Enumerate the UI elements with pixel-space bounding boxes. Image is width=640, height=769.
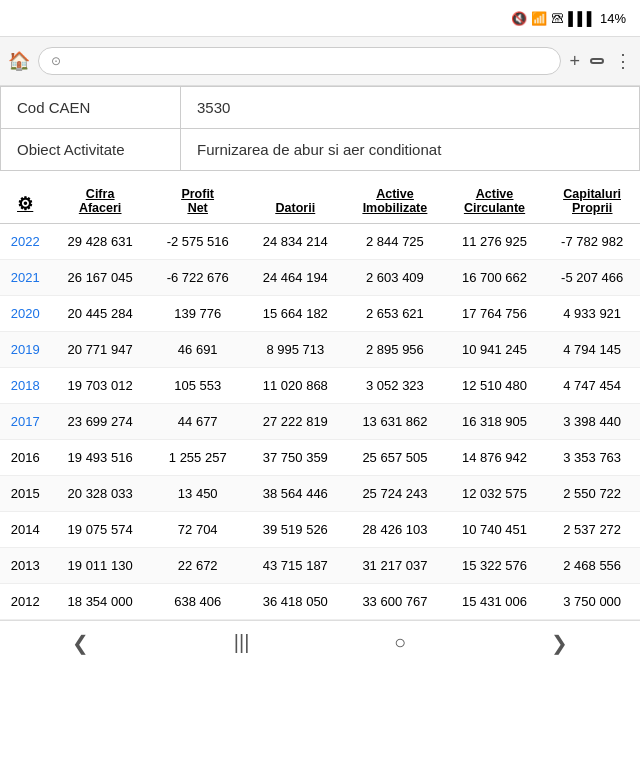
capitaluri-cell: 4 933 921 [544,296,640,332]
nav-actions: + ⋮ [569,50,632,72]
activeImob-cell: 25 657 505 [345,440,445,476]
year-cell[interactable]: 2020 [0,296,50,332]
data-table-wrapper: ⚙ CifraAfaceri ProfitNet Datorii ActiveI… [0,179,640,620]
info-table: Cod CAEN 3530 Obiect Activitate Furnizar… [0,86,640,171]
back-button[interactable]: ❮ [72,631,89,655]
battery-indicator: 14% [600,11,626,26]
table-row: 202020 445 284139 77615 664 1822 653 621… [0,296,640,332]
cifra-cell: 26 167 045 [50,260,150,296]
menu-button[interactable]: ⋮ [614,50,632,72]
activeCirc-cell: 10 740 451 [445,512,545,548]
value-obiect-activitate: Furnizarea de abur si aer conditionat [181,129,640,171]
cifra-cell: 19 493 516 [50,440,150,476]
activeCirc-cell: 12 510 480 [445,368,545,404]
capitaluri-cell: 4 747 454 [544,368,640,404]
profit-cell: -6 722 676 [150,260,246,296]
capitaluri-cell: -5 207 466 [544,260,640,296]
year-cell[interactable]: 2017 [0,404,50,440]
activeImob-cell: 3 052 323 [345,368,445,404]
capitaluri-cell: -7 782 982 [544,224,640,260]
activeCirc-cell: 10 941 245 [445,332,545,368]
table-row: 202126 167 045-6 722 67624 464 1942 603 … [0,260,640,296]
activeImob-cell: 33 600 767 [345,584,445,620]
datorii-cell: 24 464 194 [246,260,346,296]
tabs-count[interactable] [590,58,604,64]
cifra-cell: 19 703 012 [50,368,150,404]
th-cifra-afaceri: CifraAfaceri [50,179,150,224]
url-bar[interactable]: ⊙ [38,47,561,75]
profit-cell: 139 776 [150,296,246,332]
year-link[interactable]: 2021 [11,270,40,285]
info-row-caen: Cod CAEN 3530 [1,87,640,129]
label-cod-caen: Cod CAEN [1,87,181,129]
table-row: 201319 011 13022 67243 715 18731 217 037… [0,548,640,584]
activeImob-cell: 2 895 956 [345,332,445,368]
year-link[interactable]: 2022 [11,234,40,249]
activeImob-cell: 13 631 862 [345,404,445,440]
year-cell[interactable]: 2021 [0,260,50,296]
year-cell: 2013 [0,548,50,584]
activeCirc-cell: 11 276 925 [445,224,545,260]
th-active-circulante: ActiveCirculante [445,179,545,224]
activeCirc-cell: 15 431 006 [445,584,545,620]
profit-cell: 46 691 [150,332,246,368]
th-settings[interactable]: ⚙ [0,179,50,224]
th-capitaluri-proprii: CapitaluriProprii [544,179,640,224]
datorii-cell: 24 834 214 [246,224,346,260]
cifra-cell: 19 075 574 [50,512,150,548]
activeCirc-cell: 17 764 756 [445,296,545,332]
new-tab-button[interactable]: + [569,51,580,72]
capitaluri-cell: 3 353 763 [544,440,640,476]
table-row: 201723 699 27444 67727 222 81913 631 862… [0,404,640,440]
profit-cell: 105 553 [150,368,246,404]
capitaluri-cell: 4 794 145 [544,332,640,368]
cifra-cell: 19 011 130 [50,548,150,584]
page-content: Cod CAEN 3530 Obiect Activitate Furnizar… [0,86,640,620]
year-link[interactable]: 2017 [11,414,40,429]
activeImob-cell: 25 724 243 [345,476,445,512]
table-row: 201218 354 000638 40636 418 05033 600 76… [0,584,640,620]
datorii-cell: 36 418 050 [246,584,346,620]
year-cell[interactable]: 2019 [0,332,50,368]
activeImob-cell: 2 653 621 [345,296,445,332]
call-icon: 🕾 [551,11,564,26]
gear-icon: ⚙ [17,194,33,214]
activeCirc-cell: 15 322 576 [445,548,545,584]
cifra-cell: 20 771 947 [50,332,150,368]
activeCirc-cell: 16 318 905 [445,404,545,440]
label-obiect-activitate: Obiect Activitate [1,129,181,171]
signal-icon: ▌▌▌ [568,11,596,26]
cifra-cell: 23 699 274 [50,404,150,440]
table-row: 201920 771 94746 6918 995 7132 895 95610… [0,332,640,368]
nav-lines-icon[interactable]: ||| [234,631,250,654]
datorii-cell: 43 715 187 [246,548,346,584]
datorii-cell: 8 995 713 [246,332,346,368]
capitaluri-cell: 2 550 722 [544,476,640,512]
datorii-cell: 37 750 359 [246,440,346,476]
year-cell[interactable]: 2018 [0,368,50,404]
activeCirc-cell: 12 032 575 [445,476,545,512]
datorii-cell: 11 020 868 [246,368,346,404]
recent-apps-button[interactable]: ❯ [551,631,568,655]
profit-cell: -2 575 516 [150,224,246,260]
th-datorii: Datorii [246,179,346,224]
home-nav-button[interactable]: ○ [394,631,406,654]
capitaluri-cell: 3 398 440 [544,404,640,440]
year-cell: 2014 [0,512,50,548]
url-security-icon: ⊙ [51,54,61,68]
year-cell[interactable]: 2022 [0,224,50,260]
year-link[interactable]: 2020 [11,306,40,321]
table-row: 201419 075 57472 70439 519 52628 426 103… [0,512,640,548]
year-link[interactable]: 2018 [11,378,40,393]
profit-cell: 72 704 [150,512,246,548]
home-icon[interactable]: 🏠 [8,50,30,72]
activeImob-cell: 28 426 103 [345,512,445,548]
th-profit-net: ProfitNet [150,179,246,224]
year-cell: 2012 [0,584,50,620]
year-link[interactable]: 2019 [11,342,40,357]
cifra-cell: 18 354 000 [50,584,150,620]
profit-cell: 1 255 257 [150,440,246,476]
year-cell: 2016 [0,440,50,476]
cifra-cell: 29 428 631 [50,224,150,260]
year-cell: 2015 [0,476,50,512]
